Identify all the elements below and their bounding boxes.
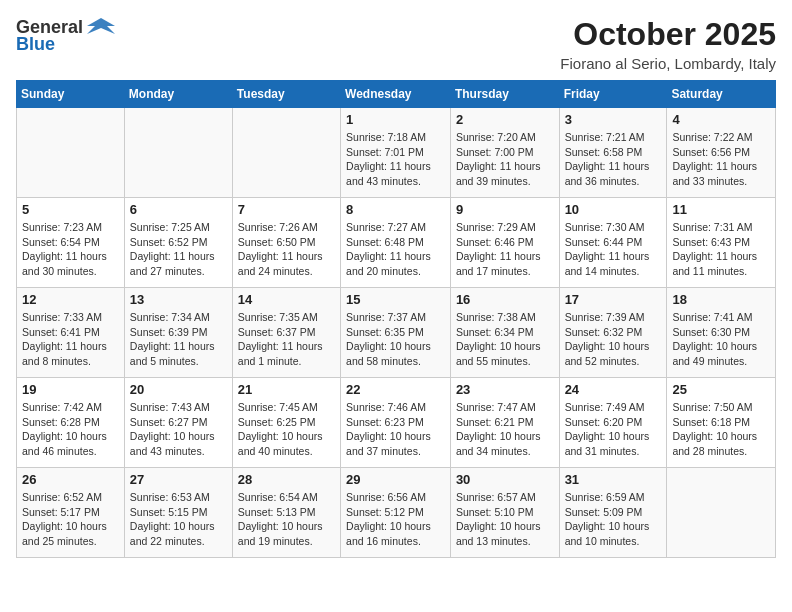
calendar-cell: 25Sunrise: 7:50 AM Sunset: 6:18 PM Dayli… xyxy=(667,378,776,468)
calendar-cell: 10Sunrise: 7:30 AM Sunset: 6:44 PM Dayli… xyxy=(559,198,667,288)
day-info: Sunrise: 7:43 AM Sunset: 6:27 PM Dayligh… xyxy=(130,400,227,459)
day-info: Sunrise: 7:39 AM Sunset: 6:32 PM Dayligh… xyxy=(565,310,662,369)
calendar-cell: 6Sunrise: 7:25 AM Sunset: 6:52 PM Daylig… xyxy=(124,198,232,288)
header-tuesday: Tuesday xyxy=(232,81,340,108)
calendar-cell: 19Sunrise: 7:42 AM Sunset: 6:28 PM Dayli… xyxy=(17,378,125,468)
day-number: 23 xyxy=(456,382,554,397)
day-number: 20 xyxy=(130,382,227,397)
header-saturday: Saturday xyxy=(667,81,776,108)
day-number: 19 xyxy=(22,382,119,397)
page-header: General Blue October 2025 Fiorano al Ser… xyxy=(16,16,776,72)
header-monday: Monday xyxy=(124,81,232,108)
calendar-cell: 1Sunrise: 7:18 AM Sunset: 7:01 PM Daylig… xyxy=(341,108,451,198)
day-number: 27 xyxy=(130,472,227,487)
header-friday: Friday xyxy=(559,81,667,108)
day-number: 25 xyxy=(672,382,770,397)
logo-blue: Blue xyxy=(16,34,55,55)
calendar-cell: 21Sunrise: 7:45 AM Sunset: 6:25 PM Dayli… xyxy=(232,378,340,468)
calendar-cell xyxy=(124,108,232,198)
day-number: 12 xyxy=(22,292,119,307)
header-sunday: Sunday xyxy=(17,81,125,108)
day-info: Sunrise: 7:47 AM Sunset: 6:21 PM Dayligh… xyxy=(456,400,554,459)
calendar-cell: 28Sunrise: 6:54 AM Sunset: 5:13 PM Dayli… xyxy=(232,468,340,558)
day-info: Sunrise: 7:22 AM Sunset: 6:56 PM Dayligh… xyxy=(672,130,770,189)
day-info: Sunrise: 6:53 AM Sunset: 5:15 PM Dayligh… xyxy=(130,490,227,549)
location: Fiorano al Serio, Lombardy, Italy xyxy=(560,55,776,72)
day-info: Sunrise: 7:49 AM Sunset: 6:20 PM Dayligh… xyxy=(565,400,662,459)
calendar-header-row: SundayMondayTuesdayWednesdayThursdayFrid… xyxy=(17,81,776,108)
day-info: Sunrise: 7:31 AM Sunset: 6:43 PM Dayligh… xyxy=(672,220,770,279)
calendar-cell xyxy=(232,108,340,198)
calendar-cell: 26Sunrise: 6:52 AM Sunset: 5:17 PM Dayli… xyxy=(17,468,125,558)
day-info: Sunrise: 7:38 AM Sunset: 6:34 PM Dayligh… xyxy=(456,310,554,369)
calendar-table: SundayMondayTuesdayWednesdayThursdayFrid… xyxy=(16,80,776,558)
day-info: Sunrise: 7:34 AM Sunset: 6:39 PM Dayligh… xyxy=(130,310,227,369)
header-thursday: Thursday xyxy=(450,81,559,108)
day-number: 14 xyxy=(238,292,335,307)
calendar-cell: 17Sunrise: 7:39 AM Sunset: 6:32 PM Dayli… xyxy=(559,288,667,378)
day-info: Sunrise: 6:56 AM Sunset: 5:12 PM Dayligh… xyxy=(346,490,445,549)
calendar-cell: 30Sunrise: 6:57 AM Sunset: 5:10 PM Dayli… xyxy=(450,468,559,558)
day-number: 10 xyxy=(565,202,662,217)
day-number: 17 xyxy=(565,292,662,307)
calendar-cell: 20Sunrise: 7:43 AM Sunset: 6:27 PM Dayli… xyxy=(124,378,232,468)
title-area: October 2025 Fiorano al Serio, Lombardy,… xyxy=(560,16,776,72)
calendar-cell: 31Sunrise: 6:59 AM Sunset: 5:09 PM Dayli… xyxy=(559,468,667,558)
day-number: 15 xyxy=(346,292,445,307)
day-number: 21 xyxy=(238,382,335,397)
day-number: 8 xyxy=(346,202,445,217)
day-number: 16 xyxy=(456,292,554,307)
week-row-1: 1Sunrise: 7:18 AM Sunset: 7:01 PM Daylig… xyxy=(17,108,776,198)
day-number: 2 xyxy=(456,112,554,127)
calendar-cell xyxy=(667,468,776,558)
day-number: 5 xyxy=(22,202,119,217)
logo: General Blue xyxy=(16,16,115,55)
calendar-cell: 16Sunrise: 7:38 AM Sunset: 6:34 PM Dayli… xyxy=(450,288,559,378)
day-number: 24 xyxy=(565,382,662,397)
day-info: Sunrise: 7:18 AM Sunset: 7:01 PM Dayligh… xyxy=(346,130,445,189)
calendar-cell: 4Sunrise: 7:22 AM Sunset: 6:56 PM Daylig… xyxy=(667,108,776,198)
month-title: October 2025 xyxy=(560,16,776,53)
day-info: Sunrise: 7:35 AM Sunset: 6:37 PM Dayligh… xyxy=(238,310,335,369)
calendar-cell: 24Sunrise: 7:49 AM Sunset: 6:20 PM Dayli… xyxy=(559,378,667,468)
calendar-cell: 13Sunrise: 7:34 AM Sunset: 6:39 PM Dayli… xyxy=(124,288,232,378)
calendar-cell: 3Sunrise: 7:21 AM Sunset: 6:58 PM Daylig… xyxy=(559,108,667,198)
calendar-cell: 22Sunrise: 7:46 AM Sunset: 6:23 PM Dayli… xyxy=(341,378,451,468)
day-number: 30 xyxy=(456,472,554,487)
week-row-4: 19Sunrise: 7:42 AM Sunset: 6:28 PM Dayli… xyxy=(17,378,776,468)
calendar-cell: 29Sunrise: 6:56 AM Sunset: 5:12 PM Dayli… xyxy=(341,468,451,558)
calendar-cell: 12Sunrise: 7:33 AM Sunset: 6:41 PM Dayli… xyxy=(17,288,125,378)
logo-bird-icon xyxy=(87,16,115,38)
calendar-cell: 27Sunrise: 6:53 AM Sunset: 5:15 PM Dayli… xyxy=(124,468,232,558)
day-info: Sunrise: 7:25 AM Sunset: 6:52 PM Dayligh… xyxy=(130,220,227,279)
day-info: Sunrise: 6:54 AM Sunset: 5:13 PM Dayligh… xyxy=(238,490,335,549)
calendar-cell: 8Sunrise: 7:27 AM Sunset: 6:48 PM Daylig… xyxy=(341,198,451,288)
day-number: 28 xyxy=(238,472,335,487)
calendar-cell: 14Sunrise: 7:35 AM Sunset: 6:37 PM Dayli… xyxy=(232,288,340,378)
calendar-cell: 23Sunrise: 7:47 AM Sunset: 6:21 PM Dayli… xyxy=(450,378,559,468)
day-number: 9 xyxy=(456,202,554,217)
calendar-cell: 15Sunrise: 7:37 AM Sunset: 6:35 PM Dayli… xyxy=(341,288,451,378)
day-number: 22 xyxy=(346,382,445,397)
day-number: 6 xyxy=(130,202,227,217)
calendar-cell: 2Sunrise: 7:20 AM Sunset: 7:00 PM Daylig… xyxy=(450,108,559,198)
calendar-cell xyxy=(17,108,125,198)
day-info: Sunrise: 7:21 AM Sunset: 6:58 PM Dayligh… xyxy=(565,130,662,189)
day-info: Sunrise: 6:57 AM Sunset: 5:10 PM Dayligh… xyxy=(456,490,554,549)
calendar-cell: 5Sunrise: 7:23 AM Sunset: 6:54 PM Daylig… xyxy=(17,198,125,288)
day-number: 29 xyxy=(346,472,445,487)
week-row-3: 12Sunrise: 7:33 AM Sunset: 6:41 PM Dayli… xyxy=(17,288,776,378)
week-row-2: 5Sunrise: 7:23 AM Sunset: 6:54 PM Daylig… xyxy=(17,198,776,288)
week-row-5: 26Sunrise: 6:52 AM Sunset: 5:17 PM Dayli… xyxy=(17,468,776,558)
day-number: 26 xyxy=(22,472,119,487)
day-number: 31 xyxy=(565,472,662,487)
day-info: Sunrise: 7:45 AM Sunset: 6:25 PM Dayligh… xyxy=(238,400,335,459)
day-info: Sunrise: 6:52 AM Sunset: 5:17 PM Dayligh… xyxy=(22,490,119,549)
day-info: Sunrise: 7:23 AM Sunset: 6:54 PM Dayligh… xyxy=(22,220,119,279)
day-number: 7 xyxy=(238,202,335,217)
day-number: 3 xyxy=(565,112,662,127)
header-wednesday: Wednesday xyxy=(341,81,451,108)
calendar-cell: 11Sunrise: 7:31 AM Sunset: 6:43 PM Dayli… xyxy=(667,198,776,288)
day-info: Sunrise: 7:41 AM Sunset: 6:30 PM Dayligh… xyxy=(672,310,770,369)
svg-marker-0 xyxy=(87,18,115,34)
